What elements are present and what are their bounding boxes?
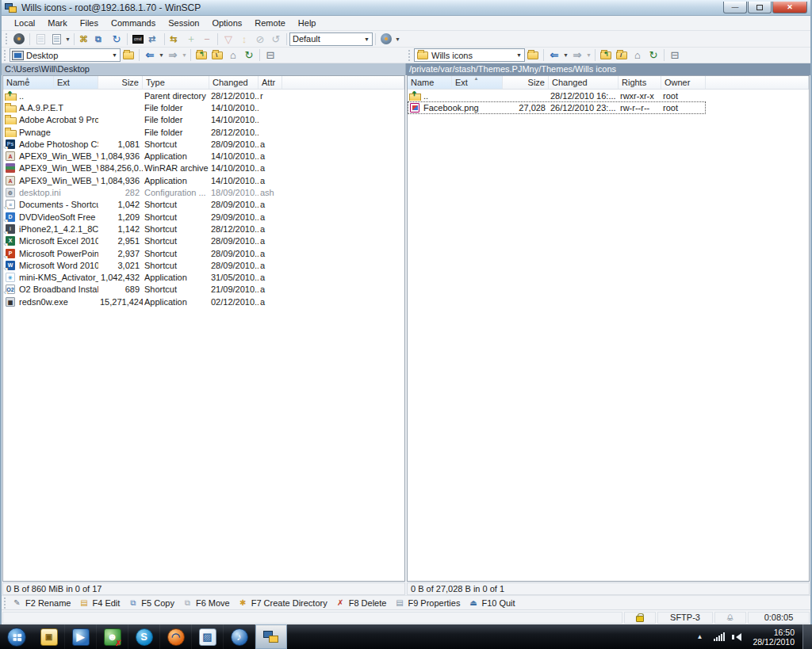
local-file-list[interactable]: ..Parent directory28/12/2010...rA.A.9.P.… [3,90,404,581]
synchronize-button[interactable]: ⇆ [167,32,183,46]
refresh-panel-button[interactable]: ↻ [645,48,661,63]
table-row[interactable]: O2O2 Broadband Installe...689Shortcut21/… [3,284,404,296]
open-session-button[interactable] [48,32,64,46]
forward-button[interactable]: ⇒ [569,48,585,63]
undo-button[interactable]: ↺ [268,32,284,46]
transfer-settings-button[interactable]: ⌘ [77,32,93,46]
column-header-name[interactable]: Name [408,76,452,89]
toolbar-grip[interactable] [6,33,9,44]
table-row[interactable]: APEX9_Win_WEB_WW...884,256,0...WinRAR ar… [3,162,404,174]
f10-quit-button[interactable]: ⏏F10 Quit [465,598,520,608]
save-session-button[interactable] [33,32,48,46]
open-directory-button[interactable] [525,48,541,63]
table-row[interactable]: AAPEX9_Win_WEB_WW...1,084,936Application… [3,150,404,162]
back-dropdown[interactable]: ▼ [562,52,569,58]
network-icon[interactable] [714,632,725,641]
table-row[interactable]: ▦redsn0w.exe15,271,424Application02/12/2… [3,296,404,307]
parent-directory-button[interactable]: ↰ [598,48,614,63]
maximize-button[interactable] [748,2,772,13]
table-row[interactable]: ⚙desktop.ini282Configuration ...18/09/20… [3,186,404,198]
f5-copy-button[interactable]: ⧉F5 Copy [125,598,180,608]
back-button[interactable]: ⇐ [142,48,158,63]
volume-icon[interactable] [736,633,741,641]
disable-button[interactable]: ⊘ [252,32,268,46]
tree-toggle-button[interactable]: ⊟ [667,48,683,63]
parent-directory-button[interactable]: ↰ [193,48,209,63]
tree-toggle-button[interactable]: ⊟ [262,48,278,63]
refresh-panel-button[interactable]: ↻ [241,48,257,63]
filter-button[interactable]: ▽ [220,32,236,46]
menu-item-options[interactable]: Options [205,17,248,29]
menu-item-remote[interactable]: Remote [248,17,292,29]
table-row[interactable]: AAPEX9_Win_WEB_WW...1,084,936Application… [3,174,404,186]
table-row[interactable]: Facebook.png27,02826/12/2010 23:...rw-r-… [408,101,809,113]
remote-path-bar[interactable]: /private/var/stash/Themes.PJMny/Themes/W… [406,63,810,75]
table-row[interactable]: DDVDVideoSoft Free St...1,209Shortcut29/… [3,211,404,223]
table-row[interactable]: PMicrosoft PowerPoint...2,937Shortcut28/… [3,247,404,259]
column-header-ext[interactable]: Ext [54,76,98,89]
close-button[interactable]: ✕ [772,2,807,13]
forward-dropdown[interactable]: ▼ [181,52,188,58]
f9-properties-button[interactable]: ▤F9 Properties [392,598,465,608]
menu-item-mark[interactable]: Mark [41,17,73,29]
column-header-size[interactable]: Size [503,76,549,89]
table-row[interactable]: PwnageFile folder28/12/2010... [3,126,404,138]
column-header-rights[interactable]: Rights [619,76,661,89]
table-row[interactable]: PsAdobe Photoshop CS...1,081Shortcut28/0… [3,138,404,150]
f4-edit-button[interactable]: ▤F4 Edit [76,598,125,608]
taskbar-app-winscp[interactable] [255,624,287,649]
local-directory-combo[interactable]: Desktop ▼ [10,48,121,62]
forward-button[interactable]: ⇒ [165,48,181,63]
home-directory-button[interactable]: ⌂ [630,48,645,63]
start-button[interactable] [2,626,31,647]
home-directory-button[interactable]: ⌂ [225,48,241,63]
back-button[interactable]: ⇐ [546,48,562,63]
table-row[interactable]: WMicrosoft Word 2010.l...3,021Shortcut28… [3,259,404,271]
synchronize-browsing-button[interactable]: ⧉ [93,32,109,46]
taskbar-app-skype[interactable]: S [128,624,160,649]
column-header-changed[interactable]: Changed [209,76,259,89]
root-directory-button[interactable]: \ [209,48,225,63]
column-header-ext[interactable]: ▲Ext [452,76,503,89]
column-header-type[interactable]: Type [143,76,209,89]
table-row[interactable]: A.A.9.P.E.TFile folder14/10/2010... [3,101,404,113]
table-row[interactable]: Adobe Acrobat 9 Pro ...File folder14/10/… [3,114,404,126]
local-path-bar[interactable]: C:\Users\Will\Desktop [2,63,406,75]
remote-file-list[interactable]: ..28/12/2010 16:...rwxr-xr-xrootFacebook… [408,90,809,581]
back-dropdown[interactable]: ▼ [158,52,165,58]
table-row[interactable]: ..Parent directory28/12/2010...r [3,90,404,101]
menu-item-files[interactable]: Files [74,17,105,29]
table-row[interactable]: ..28/12/2010 16:...rwxr-xr-xroot [408,90,809,101]
root-directory-button[interactable]: / [614,48,630,63]
transfer-options-button[interactable] [378,32,394,46]
session-combo[interactable]: Default ▼ [289,32,373,46]
minimize-button[interactable]: — [723,2,747,13]
taskbar-app-journal[interactable]: ▨ [192,624,224,649]
refresh-button[interactable]: ↻ [109,32,124,46]
f7-create-directory-button[interactable]: ✱F7 Create Directory [236,598,333,608]
transfer-options-dropdown[interactable]: ▼ [394,36,401,42]
f6-move-button[interactable]: ⧉F6 Move [180,598,236,608]
console-button[interactable] [130,32,146,46]
column-header-attr[interactable]: Attr [259,76,282,89]
taskbar-app-explorer[interactable]: ▣ [33,624,65,649]
show-hidden-icons-button[interactable]: ▲ [691,633,710,640]
menu-item-help[interactable]: Help [292,17,323,29]
preferences-button[interactable] [11,32,27,46]
remote-directory-combo[interactable]: Wills icons ▼ [414,48,525,62]
table-row[interactable]: ✳mini-KMS_Activator_v...1,042,432Applica… [3,271,404,283]
taskbar-app-itunes[interactable]: ♪ [224,624,255,649]
table-row[interactable]: iiPhone2,1_4.2.1_8C14...1,142Shortcut28/… [3,223,404,235]
table-row[interactable]: XMicrosoft Excel 2010.lnk2,951Shortcut28… [3,235,404,247]
f2-rename-button[interactable]: ✎F2 Rename [10,598,76,608]
taskbar-app-msn[interactable]: ☻ [97,624,128,649]
taskbar-app-wmp[interactable]: ▶ [65,624,97,649]
column-header-name[interactable]: ▲Name [3,76,54,89]
remove-bookmark-button[interactable]: − [199,32,215,46]
queue-button[interactable]: ⇄ [146,32,162,46]
taskbar-app-ffx[interactable]: ◠ [160,624,192,649]
show-desktop-button[interactable] [802,624,812,649]
menu-item-session[interactable]: Session [162,17,205,29]
column-header-changed[interactable]: Changed [549,76,619,89]
column-header-size[interactable]: Size [98,76,143,89]
